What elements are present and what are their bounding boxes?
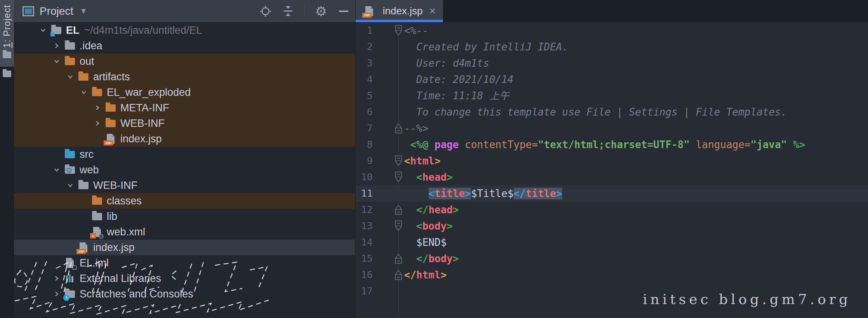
tree-row-el-war-exploded[interactable]: EL_war_exploded [14, 85, 355, 100]
folder-tool-button-icon[interactable] [3, 71, 11, 77]
line-number: 11 [356, 185, 373, 202]
tree-row-classes[interactable]: classes [14, 193, 355, 209]
chevron-down-icon[interactable] [79, 87, 89, 97]
chevron-down-icon[interactable] [65, 72, 75, 82]
code-area[interactable]: 1 <%--2 Created by IntelliJ IDEA.3 User:… [356, 22, 868, 299]
tree-item-label: index.jsp [120, 133, 162, 145]
tree-row-index-jsp[interactable]: JSPindex.jsp [14, 131, 355, 147]
tree-row-src[interactable]: src [14, 147, 355, 162]
tree-row-external-libraries[interactable]: External Libraries [14, 271, 355, 286]
fold-start-marker[interactable] [395, 220, 402, 232]
tree-row-meta-inf[interactable]: META-INF [14, 100, 355, 116]
code-token: <%-- [404, 25, 429, 36]
code-line-10[interactable]: 10 <head> [356, 169, 868, 185]
code-line-12[interactable]: 12 </head> [356, 202, 868, 218]
chevron-down-icon[interactable] [52, 165, 62, 175]
code-line-2[interactable]: 2 Created by IntelliJ IDEA. [356, 39, 868, 55]
tree-row-el[interactable]: EL~/d4m1ts/java/untitled/EL [14, 22, 355, 38]
chevron-right-icon[interactable] [92, 103, 102, 113]
chevron-down-icon[interactable]: ▼ [80, 7, 87, 16]
code-token [404, 204, 416, 216]
chevron-down-icon[interactable] [38, 25, 48, 35]
code-line-4[interactable]: 4 Date: 2021/10/14 [356, 71, 868, 88]
tree-row-web-inf[interactable]: WEB-INF [14, 178, 355, 193]
tree-row-artifacts[interactable]: artifacts [14, 69, 355, 85]
tree-row-index-jsp[interactable]: JSPindex.jsp [14, 240, 355, 255]
tree-row-scratches-and-consoles[interactable]: Scratches and Consoles [14, 286, 355, 302]
code-token: title [526, 188, 556, 199]
line-number: 12 [356, 202, 373, 218]
code-line-8[interactable]: 8 <%@ page contentType="text/html;charse… [356, 137, 868, 153]
code-line-7[interactable]: 7 --%> [356, 120, 868, 137]
fold-start-marker[interactable] [395, 155, 402, 167]
jsp-file-icon: JSP [78, 242, 89, 253]
code-line-1[interactable]: 1 <%-- [356, 22, 868, 39]
fold-start-marker[interactable] [395, 171, 402, 183]
tree-row-web-xml[interactable]: < web.xml [14, 224, 355, 240]
code-token: body [429, 253, 453, 264]
project-panel-title[interactable]: Project [40, 5, 73, 17]
line-number: 6 [356, 104, 373, 120]
chevron-spacer [79, 211, 89, 221]
fold-end-marker[interactable] [395, 269, 402, 281]
chevron-right-icon[interactable] [52, 289, 62, 299]
tree-row-out[interactable]: out [14, 54, 355, 69]
code-line-16[interactable]: 16 </html> [356, 267, 868, 283]
libraries-icon [64, 273, 76, 284]
code-line-3[interactable]: 3 User: d4m1ts [356, 55, 868, 71]
chevron-right-icon[interactable] [52, 41, 62, 51]
close-icon[interactable]: ✕ [429, 6, 436, 16]
fold-end-marker[interactable] [395, 123, 402, 134]
tree-row-web[interactable]: web [14, 162, 355, 178]
settings-gear-icon[interactable]: ⚙ [315, 5, 327, 17]
chevron-right-icon[interactable] [52, 273, 62, 283]
chevron-spacer [92, 134, 102, 144]
chevron-right-icon[interactable] [92, 118, 102, 128]
code-line-14[interactable]: 14 $END$ [356, 234, 868, 251]
locate-icon[interactable] [259, 5, 272, 17]
line-number: 5 [356, 88, 373, 104]
divider [304, 5, 305, 17]
code-token [404, 220, 416, 232]
code-token: > [556, 188, 562, 199]
chevron-spacer [52, 149, 62, 159]
code-line-6[interactable]: 6 To change this template use File | Set… [356, 104, 868, 120]
tree-item-label: Scratches and Consoles [80, 288, 193, 300]
tree-row-el-iml[interactable]: EL.iml [14, 255, 355, 271]
tree-row-web-inf[interactable]: WEB-INF [14, 116, 355, 131]
tree-item-label: lib [107, 211, 117, 223]
code-line-9[interactable]: 9 <html> [356, 153, 868, 169]
fold-end-marker[interactable] [395, 204, 402, 216]
chevron-down-icon[interactable] [65, 180, 75, 190]
code-token: head [422, 171, 447, 183]
tree-item-label: src [80, 149, 94, 161]
project-stripe-button[interactable]: 1: Project [0, 0, 14, 67]
tab-index-jsp[interactable]: JSP index.jsp ✕ [356, 0, 443, 22]
code-token: "text/html;charset=UTF-8" [538, 139, 689, 150]
fold-end-marker[interactable] [395, 253, 402, 264]
code-token: body [422, 220, 447, 232]
code-token: > [441, 269, 447, 281]
editor-tab-bar: JSP index.jsp ✕ [356, 0, 868, 22]
code-line-13[interactable]: 13 <body> [356, 218, 868, 234]
code-line-5[interactable]: 5 Time: 11:18 上午 [356, 88, 868, 104]
code-token: </ [416, 204, 428, 216]
code-line-11[interactable]: 11 <title>$Title$</title> [356, 185, 868, 202]
line-number: 7 [356, 120, 373, 137]
editor-pane[interactable]: JSP index.jsp ✕ 1 <%--2 Created by Intel… [355, 0, 868, 318]
code-token: </ [404, 269, 416, 281]
code-line-15[interactable]: 15 </body> [356, 251, 868, 267]
hide-icon[interactable] [337, 5, 350, 17]
collapse-all-icon[interactable] [282, 5, 294, 17]
chevron-down-icon[interactable] [52, 56, 62, 66]
folder-icon [78, 180, 89, 191]
fold-start-marker[interactable] [395, 25, 402, 36]
tree-item-label: classes [107, 195, 142, 207]
tree-item-label: web [80, 164, 99, 176]
tree-row-lib[interactable]: lib [14, 209, 355, 224]
chevron-spacer [79, 227, 89, 237]
tree-row--idea[interactable]: .idea [14, 38, 355, 54]
code-token: > [453, 204, 459, 216]
excluded-folder-icon [91, 195, 103, 206]
code-token: < [404, 155, 410, 167]
